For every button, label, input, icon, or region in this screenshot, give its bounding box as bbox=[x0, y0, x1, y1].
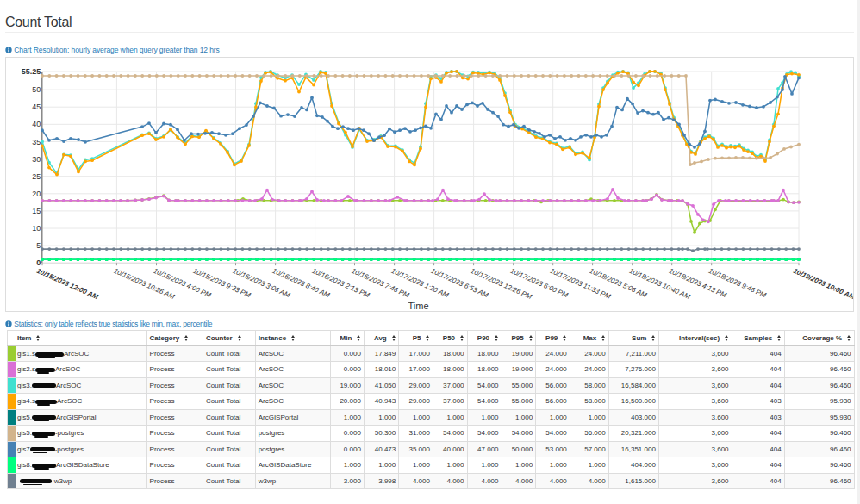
svg-text:45: 45 bbox=[32, 103, 41, 111]
svg-text:10/15/2023 12:00 AM: 10/15/2023 12:00 AM bbox=[35, 267, 99, 302]
svg-text:5: 5 bbox=[36, 241, 41, 250]
svg-text:55.25: 55.25 bbox=[22, 67, 41, 76]
svg-text:25: 25 bbox=[32, 172, 41, 181]
svg-text:20: 20 bbox=[32, 190, 41, 198]
svg-text:15: 15 bbox=[32, 207, 41, 215]
svg-text:Time: Time bbox=[408, 301, 428, 311]
svg-text:35: 35 bbox=[32, 138, 41, 146]
svg-text:10: 10 bbox=[32, 224, 41, 233]
svg-text:40: 40 bbox=[32, 120, 41, 128]
svg-text:10/19/2023 10:00 AM: 10/19/2023 10:00 AM bbox=[792, 267, 853, 302]
svg-text:50: 50 bbox=[32, 85, 41, 94]
svg-text:30: 30 bbox=[32, 155, 41, 164]
